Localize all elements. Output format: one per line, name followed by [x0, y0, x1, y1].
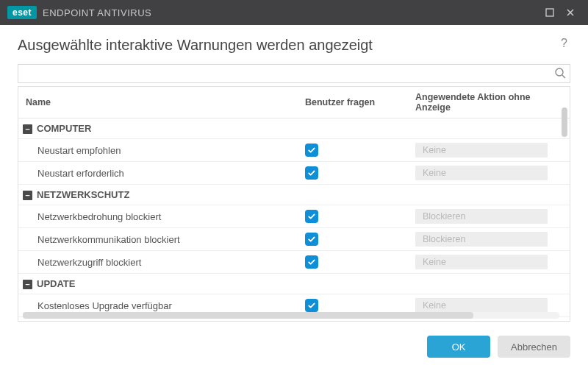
page-title: Ausgewählte interaktive Warnungen werden… — [18, 37, 558, 54]
group-row[interactable]: –UPDATE — [18, 274, 570, 294]
row-name: Netzwerkkommunikation blockiert — [18, 228, 298, 251]
ask-user-checkbox[interactable] — [305, 255, 318, 269]
applied-action[interactable]: Blockieren — [415, 209, 548, 224]
table-row[interactable]: Neustart erforderlichKeine — [18, 162, 570, 185]
table-row[interactable]: Neustart empfohlenKeine — [18, 139, 570, 162]
ask-user-checkbox[interactable] — [305, 233, 318, 246]
ok-button[interactable]: OK — [427, 336, 490, 358]
row-name: Netzwerkbedrohung blockiert — [18, 205, 298, 228]
applied-action[interactable]: Keine — [415, 143, 548, 158]
column-header-name[interactable]: Name — [18, 87, 298, 118]
table-row[interactable]: Netzwerkkommunikation blockiertBlockiere… — [18, 228, 570, 251]
row-name: Netzwerkzugriff blockiert — [18, 251, 298, 274]
applied-action[interactable]: Blockieren — [415, 232, 548, 247]
applied-action[interactable]: Keine — [415, 298, 548, 313]
group-label: COMPUTER — [37, 123, 91, 134]
row-name: Neustart empfohlen — [18, 139, 298, 162]
settings-table: Name Benutzer fragen Angewendete Aktion … — [18, 86, 570, 322]
collapse-icon[interactable]: – — [23, 191, 32, 200]
row-name: Neustart erforderlich — [18, 162, 298, 185]
search-icon[interactable] — [554, 67, 566, 81]
collapse-icon[interactable]: – — [23, 124, 32, 134]
column-header-action[interactable]: Angewendete Aktion ohne Anzeige — [408, 87, 570, 118]
close-icon[interactable] — [560, 5, 581, 20]
brand-text: ENDPOINT ANTIVIRUS — [43, 7, 151, 18]
table-row[interactable]: Netzwerkbedrohung blockiertBlockieren — [18, 205, 570, 228]
group-row[interactable]: –NETZWERKSCHUTZ — [18, 185, 570, 205]
brand-badge: eset — [7, 6, 37, 19]
svg-rect-0 — [546, 9, 553, 16]
ask-user-checkbox[interactable] — [305, 210, 318, 223]
titlebar: eset ENDPOINT ANTIVIRUS — [0, 0, 588, 25]
ask-user-checkbox[interactable] — [305, 144, 318, 157]
collapse-icon[interactable]: – — [23, 280, 32, 289]
cancel-button[interactable]: Abbrechen — [498, 336, 570, 358]
applied-action[interactable]: Keine — [415, 166, 548, 180]
group-label: UPDATE — [37, 278, 75, 289]
search-input[interactable] — [18, 64, 570, 83]
help-icon[interactable]: ? — [558, 37, 570, 50]
horizontal-scrollbar[interactable] — [23, 312, 559, 319]
table-row[interactable]: Netzwerkzugriff blockiertKeine — [18, 251, 570, 274]
applied-action[interactable]: Keine — [415, 255, 548, 269]
group-label: NETZWERKSCHUTZ — [37, 189, 129, 200]
column-header-ask[interactable]: Benutzer fragen — [298, 87, 408, 118]
vertical-scrollbar[interactable] — [562, 107, 567, 311]
minimize-icon[interactable] — [539, 5, 560, 20]
ask-user-checkbox[interactable] — [305, 166, 318, 180]
svg-point-1 — [556, 68, 563, 76]
group-row[interactable]: –COMPUTER — [18, 118, 570, 139]
ask-user-checkbox[interactable] — [305, 299, 318, 312]
